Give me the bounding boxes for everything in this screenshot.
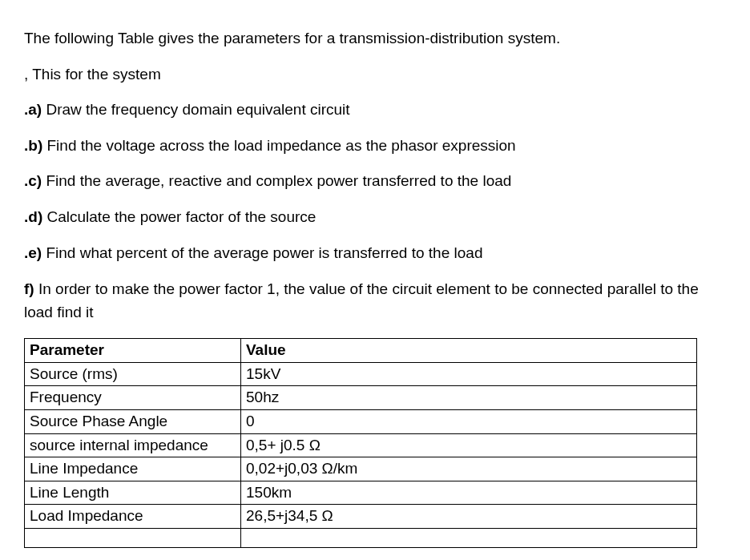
question-b-label: .b) [24, 137, 42, 154]
table-cell-value: 0,02+j0,03 Ω/km [241, 457, 697, 481]
table-row: Load Impedance 26,5+j34,5 Ω [25, 505, 697, 529]
question-c-label: .c) [24, 172, 42, 189]
table-cell-value: 0 [241, 409, 697, 433]
table-row: source internal impedance 0,5+ j0.5 Ω [25, 433, 697, 457]
question-c: .c) Find the average, reactive and compl… [24, 171, 726, 192]
question-a-text: Draw the frequency domain equivalent cir… [42, 101, 349, 118]
table-cell-param: Line Impedance [25, 457, 241, 481]
table-cell-value: 26,5+j34,5 Ω [241, 505, 697, 529]
table-cell-empty [241, 528, 697, 547]
table-cell-value: 50hz [241, 386, 697, 410]
question-a-label: .a) [24, 101, 42, 118]
intro-text: The following Table gives the parameters… [24, 28, 726, 50]
table-row: Source Phase Angle 0 [25, 409, 697, 433]
table-cell-empty [25, 528, 241, 547]
question-e-text: Find what percent of the average power i… [42, 244, 482, 261]
table-cell-param: Line Length [25, 481, 241, 505]
parameters-table: Parameter Value Source (rms) 15kV Freque… [24, 338, 697, 548]
table-row: Frequency 50hz [25, 386, 697, 410]
table-row-empty [25, 528, 697, 547]
question-c-text: Find the average, reactive and complex p… [42, 172, 511, 189]
table-cell-value: 0,5+ j0.5 Ω [241, 433, 697, 457]
question-b-text: Find the voltage across the load impedan… [42, 137, 515, 154]
table-cell-value: 15kV [241, 362, 697, 386]
question-d: .d) Calculate the power factor of the so… [24, 207, 726, 228]
table-cell-param: Frequency [25, 386, 241, 410]
question-d-text: Calculate the power factor of the source [42, 208, 316, 225]
question-b: .b) Find the voltage across the load imp… [24, 135, 726, 157]
table-row: Line Impedance 0,02+j0,03 Ω/km [25, 457, 697, 481]
table-cell-param: source internal impedance [25, 433, 241, 457]
table-header-param: Parameter [25, 339, 241, 363]
table-header-row: Parameter Value [25, 339, 697, 363]
question-d-label: .d) [24, 208, 42, 225]
question-a: .a) Draw the frequency domain equivalent… [24, 99, 726, 121]
table-row: Source (rms) 15kV [25, 362, 697, 386]
table-row: Line Length 150km [25, 481, 697, 505]
question-f: f) In order to make the power factor 1, … [24, 278, 726, 324]
table-header-value: Value [241, 339, 697, 363]
sub-intro-text: , This for the system [24, 64, 726, 86]
question-f-text: In order to make the power factor 1, the… [24, 280, 699, 320]
question-f-label: f) [24, 280, 34, 297]
table-cell-param: Source Phase Angle [25, 409, 241, 433]
question-e: .e) Find what percent of the average pow… [24, 243, 726, 264]
table-cell-param: Load Impedance [25, 505, 241, 529]
table-cell-param: Source (rms) [25, 362, 241, 386]
question-e-label: .e) [24, 244, 42, 261]
table-cell-value: 150km [241, 481, 697, 505]
